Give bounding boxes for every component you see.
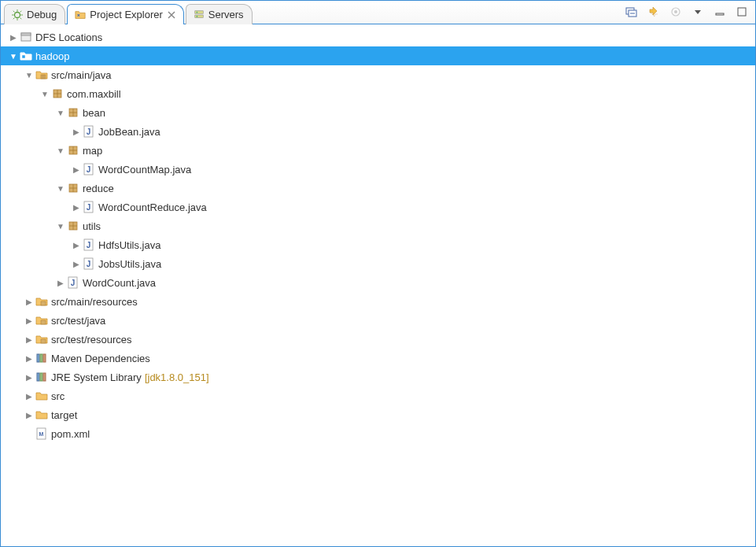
tree-node-utils[interactable]: ▼ utils <box>1 216 755 235</box>
view-menu-button[interactable] <box>691 5 705 19</box>
svg-rect-55 <box>41 339 46 343</box>
tree-node-hadoop[interactable]: ▼ hadoop <box>1 46 755 65</box>
expand-icon[interactable]: ▶ <box>23 298 35 306</box>
tab-servers-label: Servers <box>208 9 244 20</box>
expand-icon[interactable]: ▶ <box>23 411 35 419</box>
tree-label: bean <box>83 107 105 119</box>
tree-label: JobBean.java <box>98 126 160 138</box>
tree-node-wordcountmap[interactable]: ▶ J WordCountMap.java <box>1 160 755 179</box>
svg-text:J: J <box>87 165 91 174</box>
tree-node-src-test-java[interactable]: ▶ src/test/java <box>1 311 755 330</box>
tree-node-map[interactable]: ▼ map <box>1 141 755 160</box>
tree-label: map <box>83 145 102 157</box>
java-file-icon: J <box>83 163 95 176</box>
collapse-icon[interactable]: ▼ <box>54 109 67 117</box>
tree-label: WordCount.java <box>83 277 156 289</box>
tree-node-com-maxbill[interactable]: ▼ com.maxbill <box>1 84 755 103</box>
collapse-icon[interactable]: ▼ <box>54 222 67 231</box>
folder-icon <box>35 390 48 402</box>
debug-icon <box>11 9 24 21</box>
svg-rect-60 <box>40 373 42 381</box>
expand-icon[interactable]: ▶ <box>23 392 35 401</box>
tree-node-wordcount[interactable]: ▶ J WordCount.java <box>1 273 755 292</box>
collapse-icon[interactable]: ▼ <box>23 71 35 79</box>
svg-point-11 <box>196 11 197 13</box>
svg-rect-18 <box>716 13 724 15</box>
tree-node-bean[interactable]: ▼ bean <box>1 103 755 122</box>
svg-rect-56 <box>37 354 39 362</box>
dfs-icon <box>20 31 32 43</box>
tree-node-maven-deps[interactable]: ▶ Maven Dependencies <box>1 349 755 368</box>
expand-icon[interactable]: ▶ <box>7 33 20 42</box>
svg-text:J: J <box>87 260 91 268</box>
tree-label: src/test/resources <box>51 334 132 346</box>
svg-point-17 <box>674 10 677 13</box>
tree-node-reduce[interactable]: ▼ reduce <box>1 179 755 198</box>
svg-rect-57 <box>40 354 42 362</box>
tree-node-target[interactable]: ▶ target <box>1 405 755 424</box>
collapse-icon[interactable]: ▼ <box>7 52 20 61</box>
tree-label: Maven Dependencies <box>51 353 150 364</box>
tree-node-pom[interactable]: ▶ M pom.xml <box>1 424 755 443</box>
expand-icon[interactable]: ▶ <box>70 203 83 212</box>
servers-icon <box>193 9 205 21</box>
expand-icon[interactable]: ▶ <box>23 373 35 382</box>
java-file-icon: J <box>83 201 95 213</box>
expand-icon[interactable]: ▶ <box>70 128 83 136</box>
tree-node-jre[interactable]: ▶ JRE System Library [jdk1.8.0_151] <box>1 368 755 386</box>
tree-label: WordCountMap.java <box>98 164 191 176</box>
svg-rect-54 <box>41 320 46 324</box>
expand-icon[interactable]: ▶ <box>54 279 67 287</box>
tree-node-jobbean[interactable]: ▶ J JobBean.java <box>1 122 755 141</box>
tree-label: reduce <box>83 183 114 194</box>
collapse-all-button[interactable] <box>625 5 639 19</box>
tree-node-hdfsutils[interactable]: ▶ J HdfsUtils.java <box>1 235 755 254</box>
tree-label: JobsUtils.java <box>98 258 161 270</box>
expand-icon[interactable]: ▶ <box>70 260 83 268</box>
svg-rect-61 <box>43 373 46 381</box>
expand-icon[interactable]: ▶ <box>23 316 35 325</box>
project-explorer-icon <box>74 9 87 21</box>
tab-debug[interactable]: Debug <box>4 4 65 24</box>
minimize-button[interactable] <box>713 5 727 19</box>
tree-node-src-main-java[interactable]: ▼ src/main/java <box>1 65 755 84</box>
tree-node-jobsutils[interactable]: ▶ J JobsUtils.java <box>1 254 755 273</box>
view-toolbar <box>625 0 755 24</box>
java-file-icon: J <box>83 125 95 138</box>
tab-servers[interactable]: Servers <box>186 4 253 24</box>
package-icon <box>67 144 79 157</box>
tree-label: pom.xml <box>51 428 90 440</box>
tree-label: WordCountReduce.java <box>98 201 207 213</box>
expand-icon[interactable]: ▶ <box>23 335 35 344</box>
java-file-icon: J <box>83 238 95 251</box>
xml-file-icon: M <box>35 427 48 440</box>
collapse-icon[interactable]: ▼ <box>39 90 51 98</box>
tree-node-src-test-resources[interactable]: ▶ src/test/resources <box>1 330 755 349</box>
tab-project-explorer[interactable]: Project Explorer <box>67 4 183 24</box>
tree-node-dfs[interactable]: ▶ DFS Locations <box>1 28 755 46</box>
tree-label: src/main/resources <box>51 296 138 308</box>
focus-task-button[interactable] <box>669 5 683 19</box>
close-icon[interactable] <box>168 11 175 19</box>
svg-rect-58 <box>43 354 46 362</box>
library-icon <box>35 371 48 383</box>
expand-icon[interactable]: ▶ <box>70 165 83 174</box>
maximize-button[interactable] <box>735 5 749 19</box>
link-editor-button[interactable] <box>647 5 661 19</box>
source-folder-icon <box>35 314 48 327</box>
tree-node-src[interactable]: ▶ src <box>1 386 755 405</box>
tree-node-wordcountreduce[interactable]: ▶ J WordCountReduce.java <box>1 198 755 216</box>
svg-rect-9 <box>195 10 204 13</box>
jre-decorator: [jdk1.8.0_151] <box>145 371 209 383</box>
expand-icon[interactable]: ▶ <box>23 354 35 363</box>
tree-label: HdfsUtils.java <box>98 239 160 251</box>
expand-icon[interactable]: ▶ <box>70 241 83 249</box>
collapse-icon[interactable]: ▼ <box>54 146 67 155</box>
svg-rect-19 <box>738 8 746 16</box>
collapse-icon[interactable]: ▼ <box>54 184 67 193</box>
svg-text:J: J <box>87 203 91 212</box>
tree-label: com.maxbill <box>67 88 121 100</box>
tree-label: DFS Locations <box>35 31 102 43</box>
tree-node-src-main-resources[interactable]: ▶ src/main/resources <box>1 292 755 311</box>
tree-label: src/main/java <box>51 69 112 81</box>
